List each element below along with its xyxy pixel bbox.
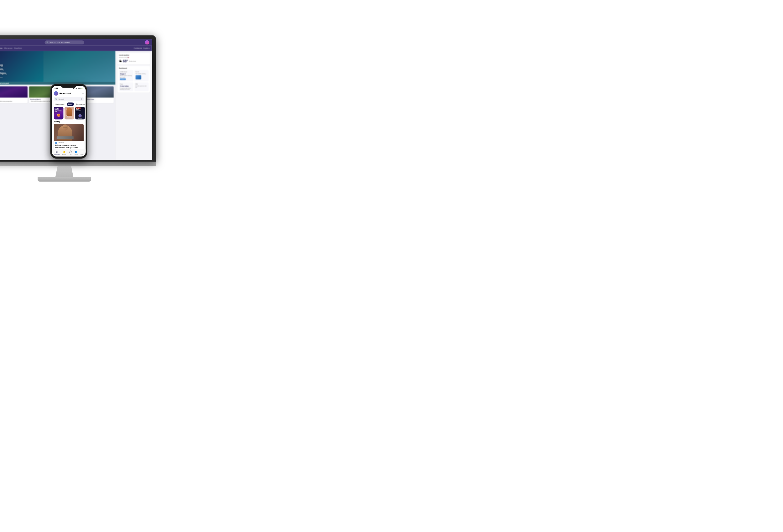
story-woman[interactable]: Lilly M.Principal Engineer xyxy=(64,107,74,120)
search-icon: 🔍 xyxy=(46,41,48,43)
woman-label: Lilly M.Principal Engineer xyxy=(65,117,73,119)
post-card-1[interactable]: Relecloud Mark 8 ...the world through a … xyxy=(0,87,28,103)
story-row: FLYSAFEVIRTUALCONFERENCE2021 Lilly M.Pri… xyxy=(52,107,86,121)
nav-chat-icon: 💬 xyxy=(69,150,72,153)
nav-relecloud-label: Relecloud xyxy=(54,154,60,155)
dash-item-meeting-desc: The weekly meeting... xyxy=(135,73,147,74)
dash-item-tasks[interactable]: Tasks 1 due today Complete daily before … xyxy=(119,82,133,91)
weather-location: Relecloud HQ 🇺🇸 xyxy=(119,57,149,59)
dash-item-covid[interactable]: COVID Check Stage 2 Answer before showin… xyxy=(119,70,133,81)
post-card-1-img xyxy=(0,87,28,98)
iphone-status-icons: ▲▲▲ WiFi 🔋 xyxy=(73,88,83,89)
app-header-avatar[interactable] xyxy=(54,91,58,95)
desktop-search-bar[interactable]: 🔍 Search or type a command xyxy=(44,40,84,44)
nav-right: Confidential English ▾ xyxy=(134,47,150,49)
flysafe-text: FLYSAFEVIRTUALCONFERENCE2021 xyxy=(55,108,61,113)
nav-teams-icon: 👥 xyxy=(74,150,78,153)
desktop-topbar: 🔍 Search or type a command xyxy=(0,39,152,46)
submit-button[interactable]: Submit xyxy=(120,78,126,80)
iphone-bottom-nav: ⊞ Relecloud 🔔 Activity 💬 Chat 👥 Teams xyxy=(52,148,86,157)
dash-item-tasks-value: 1 due today xyxy=(120,86,132,87)
weather-widget: Local weather Relecloud HQ 🇺🇸 🌥 68° xyxy=(118,53,150,64)
weather-temp: 68° xyxy=(123,59,128,63)
nav-confidential: Confidential xyxy=(134,47,142,49)
desktop-avatar[interactable] xyxy=(145,40,149,45)
imac-stand-base xyxy=(38,177,91,181)
hiring-avatar xyxy=(78,114,82,118)
nav-activity-icon: 🔔 xyxy=(62,150,65,153)
story-hiring[interactable]: EXTRA 2021 WE AREHIRINGSOCIAL MEDIAMANAG… xyxy=(75,107,85,120)
iphone: 8:14 ▲▲▲ WiFi 🔋 Relecloud ··· xyxy=(51,84,87,159)
weather-condition: Mostly cloudy xyxy=(129,60,136,62)
source-name: Relecloud xyxy=(58,142,64,144)
mic-icon: 🎙 xyxy=(80,98,82,100)
app-nav: RELE Home Who we are SharePoint Confiden… xyxy=(0,46,152,51)
iphone-notch xyxy=(61,84,76,88)
desktop-search-placeholder: Search or type a command xyxy=(49,41,69,43)
post-title: Helping customers enable remote work wit… xyxy=(55,144,82,149)
weather-icon: 🌥 xyxy=(119,60,122,63)
nav-btn-relecloud[interactable]: ⊞ Relecloud xyxy=(54,150,60,155)
story-flysafe[interactable]: FLYSAFEVIRTUALCONFERENCE2021 xyxy=(54,107,63,120)
dash-item-covid-label: COVID Check xyxy=(120,71,132,73)
nav-activity-label: Activity xyxy=(62,154,66,155)
dash-item-bbq-label: BBQ xyxy=(135,84,147,85)
nav-btn-chat[interactable]: 💬 Chat xyxy=(69,150,72,155)
today-post-image xyxy=(54,124,83,141)
today-section: Relecloud Helping customers enable remot… xyxy=(52,124,86,148)
nav-teams-label: Teams xyxy=(74,154,78,155)
today-post[interactable]: Relecloud Helping customers enable remot… xyxy=(54,124,83,148)
nav-language[interactable]: English ▾ xyxy=(143,47,149,49)
dashboard-widget: Dashboard COVID Check Stage 2 Answer bef… xyxy=(118,66,150,93)
woman-face xyxy=(66,108,72,116)
post-source-row: Relecloud xyxy=(55,142,82,144)
weather-title: Local weather xyxy=(119,55,149,56)
nav-btn-activity[interactable]: 🔔 Activity xyxy=(62,150,66,155)
nav-link-home[interactable]: Home xyxy=(0,47,2,49)
dash-item-covid-value: Stage 2 xyxy=(120,73,132,75)
nav-more-icon: ··· xyxy=(80,150,83,153)
glasses xyxy=(63,128,67,128)
weather-temp-row: 🌥 68° Mostly cloudy xyxy=(119,59,149,63)
scene: 🔍 Search or type a command xyxy=(0,0,156,239)
nav-more-label: More xyxy=(81,154,83,155)
tab-dashboard[interactable]: Dashboard xyxy=(54,102,66,106)
post-card-1-desc: ...the world through a whole new perspec… xyxy=(0,101,26,102)
iphone-app-header: Relecloud ··· xyxy=(52,90,86,96)
flysafe-avatar xyxy=(57,113,60,117)
meeting-icon xyxy=(135,75,141,79)
dash-item-bbq[interactable]: BBQ Unread expenses due by... xyxy=(134,82,149,91)
iphone-screen: 8:14 ▲▲▲ WiFi 🔋 Relecloud ··· xyxy=(52,86,86,157)
search-icon: 🔍 xyxy=(55,98,57,100)
dash-item-meeting-label: Feb 15 xyxy=(135,71,147,73)
dash-item-meeting[interactable]: Feb 15 The weekly meeting... xyxy=(134,70,149,81)
hiring-text: WE AREHIRINGSOCIAL MEDIAMANAGER xyxy=(76,108,81,112)
post-card-1-title: Relecloud Mark 8 xyxy=(0,99,26,100)
right-panel: Local weather Relecloud HQ 🇺🇸 🌥 68° xyxy=(115,51,152,160)
iphone-time: 8:14 xyxy=(55,88,58,89)
hero-text: Launchinginnovation,partnerships,commun.… xyxy=(0,63,7,79)
nav-links: Home Who we are SharePoint xyxy=(0,47,22,49)
imac-stand-neck xyxy=(53,166,75,177)
iphone-search[interactable]: 🔍 Search 🎙 xyxy=(54,97,83,101)
tab-feed[interactable]: Feed xyxy=(66,102,73,106)
app-header-title: Relecloud xyxy=(59,92,71,95)
dash-item-bbq-desc: Unread expenses due by... xyxy=(135,86,147,88)
nav-link-sharepoint[interactable]: SharePoint xyxy=(14,47,22,49)
tab-resources[interactable]: Resources xyxy=(74,102,86,106)
battery-icon: 🔋 xyxy=(81,88,83,89)
nav-btn-more[interactable]: ··· More xyxy=(80,150,83,155)
dash-item-tasks-label: Tasks xyxy=(120,84,132,85)
imac-chin xyxy=(0,162,156,166)
nav-link-about[interactable]: Who we are xyxy=(4,47,12,49)
hiring-cta: Tap to apply xyxy=(78,118,82,119)
search-label: Search xyxy=(58,98,64,100)
signal-icon: ▲▲▲ xyxy=(73,88,77,89)
nav-btn-teams[interactable]: 👥 Teams xyxy=(74,150,78,155)
wifi-icon: WiFi xyxy=(77,88,80,89)
iphone-tabs: Dashboard Feed Resources xyxy=(54,102,83,106)
nav-relecloud-icon: ⊞ xyxy=(55,150,58,153)
today-post-body: Relecloud Helping customers enable remot… xyxy=(54,141,83,148)
app-header-more[interactable]: ··· xyxy=(82,92,84,95)
today-label: Today xyxy=(52,121,86,124)
